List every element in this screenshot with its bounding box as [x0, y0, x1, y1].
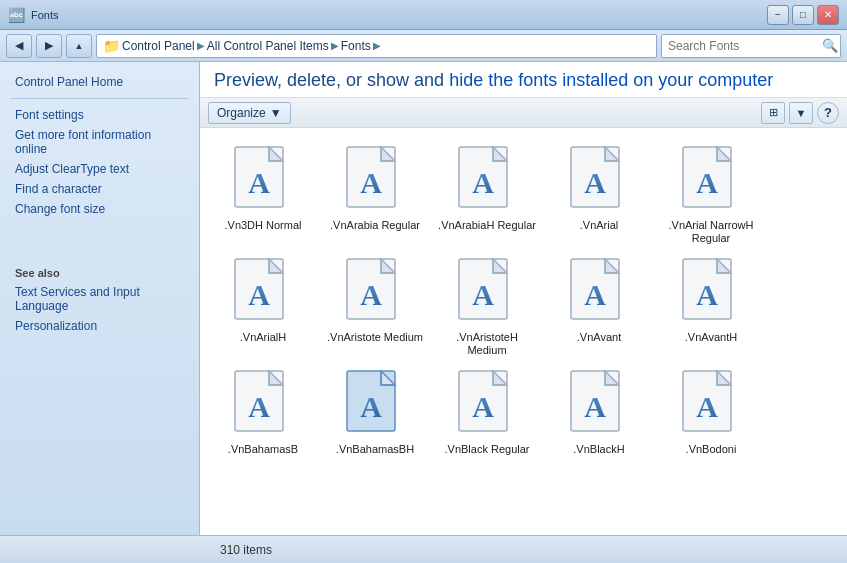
- font-grid: A .Vn3DH Normal: [200, 128, 847, 535]
- font-item[interactable]: A .VnArabiaH Regular: [432, 136, 542, 246]
- sidebar-item-personalization[interactable]: Personalization: [0, 316, 199, 336]
- svg-text:A: A: [360, 278, 382, 311]
- font-icon: A: [563, 255, 635, 327]
- font-item[interactable]: A .VnArial: [544, 136, 654, 246]
- svg-text:A: A: [248, 278, 270, 311]
- minimize-button[interactable]: −: [767, 5, 789, 25]
- font-label: .VnAristoteH Medium: [437, 331, 537, 357]
- back-button[interactable]: ◀: [6, 34, 32, 58]
- svg-text:A: A: [584, 278, 606, 311]
- sidebar-divider-1: [10, 98, 189, 99]
- font-label: .VnBlackH: [573, 443, 624, 456]
- status-bar: 310 items: [0, 535, 847, 563]
- content-area: Preview, delete, or show and hide the fo…: [200, 62, 847, 535]
- svg-text:A: A: [584, 390, 606, 423]
- font-icon: A: [227, 255, 299, 327]
- content-header: Preview, delete, or show and hide the fo…: [200, 62, 847, 98]
- search-bar: 🔍: [661, 34, 841, 58]
- search-icon: 🔍: [822, 38, 838, 53]
- font-item[interactable]: A .VnBodoni: [656, 360, 766, 470]
- font-item[interactable]: A .VnArial NarrowH Regular: [656, 136, 766, 246]
- sidebar-item-cleartype[interactable]: Adjust ClearType text: [0, 159, 199, 179]
- sidebar-item-font-settings[interactable]: Font settings: [0, 105, 199, 125]
- help-button[interactable]: ?: [817, 102, 839, 124]
- title-bar: 🔤 Fonts − □ ✕: [0, 0, 847, 30]
- svg-text:A: A: [248, 166, 270, 199]
- font-item[interactable]: A .VnAristoteH Medium: [432, 248, 542, 358]
- forward-button[interactable]: ▶: [36, 34, 62, 58]
- toolbar: Organize ▼ ⊞ ▼ ?: [200, 98, 847, 128]
- page-title: Preview, delete, or show and hide the fo…: [214, 70, 833, 91]
- organize-button[interactable]: Organize ▼: [208, 102, 291, 124]
- font-label: .VnBahamasBH: [336, 443, 414, 456]
- font-item[interactable]: A .VnArabia Regular: [320, 136, 430, 246]
- sidebar-item-find-char[interactable]: Find a character: [0, 179, 199, 199]
- font-item[interactable]: A .VnAristote Medium: [320, 248, 430, 358]
- font-label: .VnAristote Medium: [327, 331, 423, 344]
- svg-text:A: A: [360, 390, 382, 423]
- font-label: .VnBodoni: [686, 443, 737, 456]
- address-bar: ◀ ▶ ▲ 📁 Control Panel ▶ All Control Pane…: [0, 30, 847, 62]
- font-item[interactable]: A .VnBahamasBH: [320, 360, 430, 470]
- breadcrumb-all-items[interactable]: All Control Panel Items: [207, 39, 329, 53]
- breadcrumb-control-panel[interactable]: Control Panel: [122, 39, 195, 53]
- font-icon: A: [563, 367, 635, 439]
- font-item[interactable]: A .VnBahamasB: [208, 360, 318, 470]
- see-also-title: See also: [0, 259, 199, 282]
- font-item[interactable]: A .VnAvant: [544, 248, 654, 358]
- font-icon: A: [451, 367, 523, 439]
- sidebar-item-more-info[interactable]: Get more font information online: [0, 125, 199, 159]
- font-item[interactable]: A .Vn3DH Normal: [208, 136, 318, 246]
- main-layout: Control Panel Home Font settings Get mor…: [0, 62, 847, 535]
- font-label: .VnBahamasB: [228, 443, 298, 456]
- title-bar-controls: − □ ✕: [767, 5, 839, 25]
- title-bar-title: 🔤 Fonts: [8, 7, 59, 23]
- maximize-button[interactable]: □: [792, 5, 814, 25]
- font-icon: A: [675, 367, 747, 439]
- sidebar-item-change-font[interactable]: Change font size: [0, 199, 199, 219]
- close-button[interactable]: ✕: [817, 5, 839, 25]
- font-item[interactable]: A .VnArialH: [208, 248, 318, 358]
- status-bar-item-count: 310 items: [220, 543, 837, 557]
- svg-text:A: A: [472, 390, 494, 423]
- font-icon: A: [675, 143, 747, 215]
- font-item[interactable]: A .VnBlackH: [544, 360, 654, 470]
- svg-text:A: A: [472, 278, 494, 311]
- font-icon: A: [339, 255, 411, 327]
- breadcrumb-fonts[interactable]: Fonts: [341, 39, 371, 53]
- svg-text:A: A: [696, 278, 718, 311]
- font-label: .VnArialH: [240, 331, 286, 344]
- font-label: .VnAvant: [577, 331, 621, 344]
- svg-text:A: A: [584, 166, 606, 199]
- font-label: .VnArabiaH Regular: [438, 219, 536, 232]
- font-label: .VnAvantH: [685, 331, 737, 344]
- font-icon: A: [563, 143, 635, 215]
- font-icon: A: [227, 367, 299, 439]
- organize-dropdown-icon: ▼: [270, 106, 282, 120]
- sidebar-item-home[interactable]: Control Panel Home: [0, 72, 199, 92]
- font-item[interactable]: A .VnAvantH: [656, 248, 766, 358]
- svg-text:A: A: [360, 166, 382, 199]
- font-item[interactable]: A .VnBlack Regular: [432, 360, 542, 470]
- font-icon: A: [227, 143, 299, 215]
- font-icon: A: [339, 367, 411, 439]
- font-icon: A: [451, 255, 523, 327]
- breadcrumb: 📁 Control Panel ▶ All Control Panel Item…: [96, 34, 657, 58]
- svg-text:A: A: [696, 166, 718, 199]
- font-label: .VnArabia Regular: [330, 219, 420, 232]
- search-input[interactable]: [668, 39, 818, 53]
- svg-text:A: A: [696, 390, 718, 423]
- svg-text:A: A: [248, 390, 270, 423]
- svg-text:A: A: [472, 166, 494, 199]
- sidebar: Control Panel Home Font settings Get mor…: [0, 62, 200, 535]
- up-button[interactable]: ▲: [66, 34, 92, 58]
- font-label: .VnArial NarrowH Regular: [661, 219, 761, 245]
- font-icon: A: [451, 143, 523, 215]
- font-label: .VnBlack Regular: [445, 443, 530, 456]
- sidebar-item-text-services[interactable]: Text Services and Input Language: [0, 282, 199, 316]
- font-icon: A: [675, 255, 747, 327]
- view-toggle-button[interactable]: ⊞: [761, 102, 785, 124]
- view-dropdown-button[interactable]: ▼: [789, 102, 813, 124]
- font-label: .VnArial: [580, 219, 619, 232]
- font-label: .Vn3DH Normal: [224, 219, 301, 232]
